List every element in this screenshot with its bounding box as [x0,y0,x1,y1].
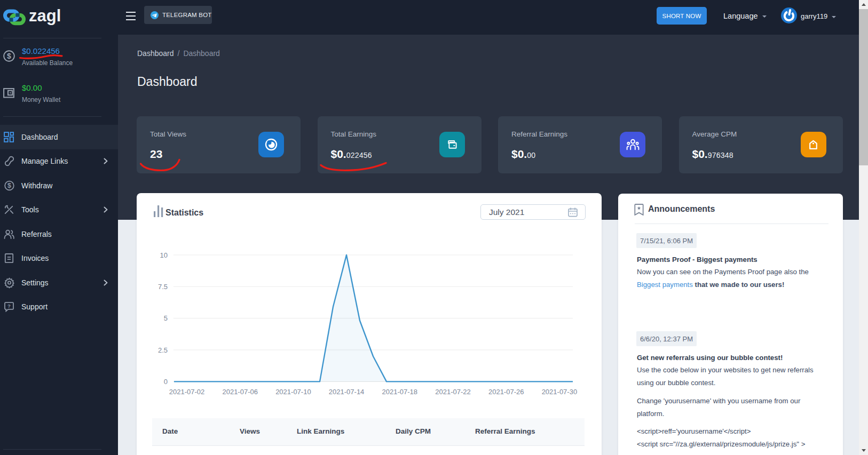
svg-text:2021-07-26: 2021-07-26 [488,388,524,396]
svg-text:0: 0 [164,378,168,386]
svg-text:2021-07-10: 2021-07-10 [275,388,311,396]
svg-text:$: $ [7,52,11,60]
svg-text:2021-07-30: 2021-07-30 [542,388,578,396]
svg-text:zagl: zagl [29,6,61,25]
svg-text:?: ? [7,304,11,309]
svg-text:2021-07-22: 2021-07-22 [435,388,471,396]
svg-text:7.5: 7.5 [158,283,168,291]
svg-text:2021-07-14: 2021-07-14 [329,388,365,396]
svg-text:2021-07-06: 2021-07-06 [222,388,258,396]
svg-text:2.5: 2.5 [158,346,168,354]
svg-text:2021-07-18: 2021-07-18 [382,388,418,396]
svg-text:2021-07-02: 2021-07-02 [169,388,205,396]
svg-text:5: 5 [164,314,168,322]
svg-text:10: 10 [160,251,168,259]
svg-text:$: $ [7,182,11,189]
